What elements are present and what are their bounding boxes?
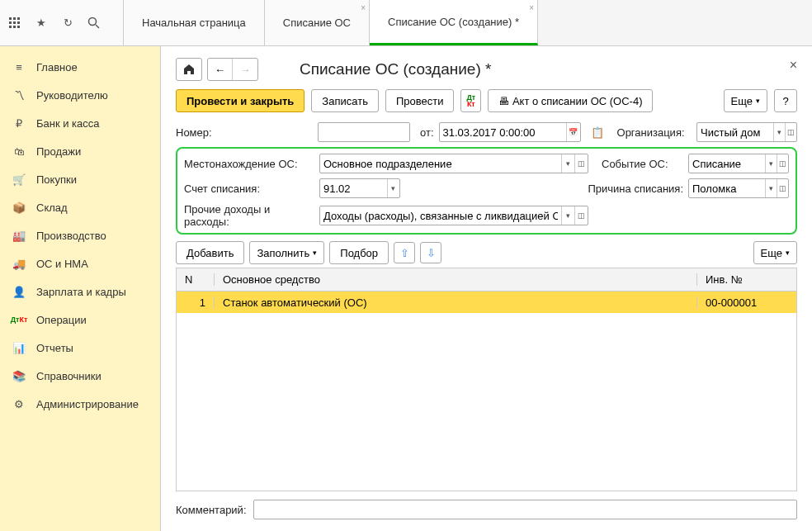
table-row[interactable]: 1 Станок автоматический (ОС) 00-000001 [177,292,796,313]
sidebar-item-salary[interactable]: 👤Зарплата и кадры [0,277,160,306]
sidebar-item-stock[interactable]: 📦Склад [0,193,160,221]
forward-button[interactable]: → [233,59,257,80]
reason-label: Причина списания: [588,183,683,195]
truck-icon: 🚚 [12,256,26,271]
books-icon: 📚 [12,368,26,383]
dropdown-icon[interactable]: ▾ [561,154,574,173]
fill-button[interactable]: Заполнить [249,241,324,264]
calendar-icon[interactable]: 📅 [566,123,579,141]
open-icon[interactable]: ◫ [777,179,788,197]
more-button[interactable]: Еще [724,89,767,112]
svg-rect-7 [13,26,16,28]
help-button[interactable]: ? [774,89,797,112]
tab-create[interactable]: Списание ОС (создание) *× [370,0,538,45]
dropdown-icon[interactable]: ▾ [561,206,574,225]
comment-label: Комментарий: [176,504,247,516]
dropdown-icon[interactable]: ▾ [773,123,785,141]
apps-icon[interactable] [7,15,23,31]
other-label: Прочие доходы и расходы: [184,203,314,228]
col-name[interactable]: Основное средство [215,273,697,286]
account-input[interactable] [320,179,387,197]
bars-icon: 📊 [12,340,26,355]
svg-rect-0 [9,17,12,20]
location-input[interactable] [320,154,561,173]
open-icon[interactable]: ◫ [574,154,588,173]
factory-icon: 🏭 [12,228,26,243]
open-icon[interactable]: ◫ [574,206,588,225]
svg-line-10 [96,25,99,28]
move-down-button[interactable]: ⇩ [420,242,441,263]
number-label: Номер: [176,126,313,139]
post-close-button[interactable]: Провести и закрыть [176,89,304,112]
nav-back-forward: ← → [207,58,258,81]
date-input[interactable] [440,123,567,141]
sidebar-item-reports[interactable]: 📊Отчеты [0,334,160,362]
open-icon[interactable]: ◫ [777,154,788,173]
dropdown-icon[interactable]: ▾ [765,154,777,173]
back-button[interactable]: ← [208,59,233,80]
org-input-wrap: ▾ ◫ [696,122,797,142]
reason-input[interactable] [689,179,765,197]
dropdown-icon[interactable]: ▾ [765,179,777,197]
pick-button[interactable]: Подбор [329,241,389,264]
number-input[interactable] [319,123,409,141]
sidebar-item-production[interactable]: 🏭Производство [0,221,160,249]
sidebar-item-refs[interactable]: 📚Справочники [0,362,160,390]
table-more-button[interactable]: Еще [753,241,797,264]
sidebar: ≡Главное 〽Руководителю ₽Банк и касса 🛍Пр… [0,46,161,531]
open-icon[interactable]: ◫ [785,123,796,141]
account-label: Счет списания: [184,183,314,195]
sidebar-item-sales[interactable]: 🛍Продажи [0,137,160,165]
menu-icon: ≡ [12,59,26,74]
sidebar-item-main[interactable]: ≡Главное [0,53,160,81]
add-button[interactable]: Добавить [176,241,244,264]
bag-icon: 🛍 [12,144,26,159]
dtkt-button[interactable]: ДтКт [460,89,481,112]
cell-name: Станок автоматический (ОС) [215,296,697,309]
sidebar-item-operations[interactable]: ДтКтОперации [0,306,160,334]
col-inv[interactable]: Инв. № [697,273,796,286]
sidebar-item-bank[interactable]: ₽Банк и касса [0,109,160,137]
sidebar-item-assets[interactable]: 🚚ОС и НМА [0,249,160,277]
comment-input[interactable] [253,500,798,519]
close-button[interactable]: × [790,58,797,73]
col-n[interactable]: N [177,273,215,286]
sidebar-item-label: Продажи [36,145,81,158]
cell-n: 1 [177,296,215,309]
chart-icon: 〽 [12,88,26,102]
search-icon[interactable] [86,15,102,31]
number-input-wrap [318,122,410,142]
close-icon[interactable]: × [529,3,534,12]
svg-rect-5 [17,21,20,24]
org-input[interactable] [697,123,773,141]
dropdown-icon[interactable]: ▾ [387,179,399,197]
event-input[interactable] [689,154,765,173]
close-icon[interactable]: × [361,3,366,12]
home-button[interactable] [176,58,202,81]
sidebar-item-manager[interactable]: 〽Руководителю [0,81,160,109]
move-up-button[interactable]: ⇧ [394,242,415,263]
sidebar-item-label: Операции [36,314,87,326]
tab-home[interactable]: Начальная страница [124,0,265,45]
person-icon: 👤 [12,284,26,299]
date-label: от: [420,126,434,139]
other-input[interactable] [320,206,561,225]
post-button[interactable]: Провести [385,89,455,112]
event-label: Событие ОС: [602,158,668,170]
history-icon[interactable]: ↻ [59,15,76,31]
other-input-wrap: ▾ ◫ [319,206,588,225]
calendar-nav-icon[interactable]: 📋 [589,124,606,140]
save-button[interactable]: Записать [311,89,379,112]
sidebar-item-admin[interactable]: ⚙Администрирование [0,390,160,418]
act-button[interactable]: 🖶 Акт о списании ОС (ОС-4) [488,89,653,112]
dtkt-icon: ДтКт [12,312,26,327]
org-label: Организация: [617,126,685,139]
tab-label: Списание ОС [283,17,351,29]
svg-rect-6 [9,26,12,28]
tab-list[interactable]: Списание ОС× [265,0,370,45]
account-input-wrap: ▾ [319,178,400,198]
act-button-label: Акт о списании ОС (ОС-4) [512,95,643,107]
star-icon[interactable]: ★ [33,15,50,31]
svg-rect-8 [17,26,20,28]
sidebar-item-purchases[interactable]: 🛒Покупки [0,165,160,193]
